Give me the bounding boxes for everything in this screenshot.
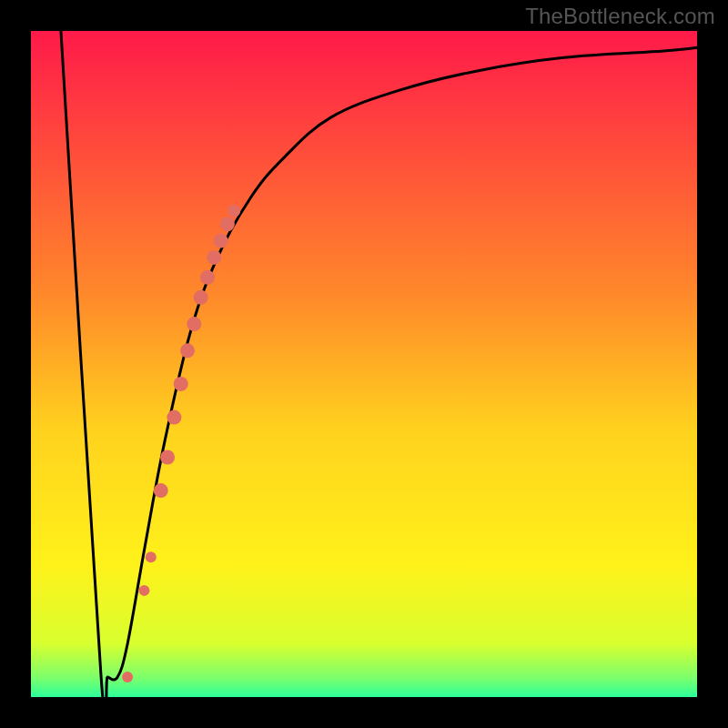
highlight-dot (122, 672, 133, 682)
highlight-dot (180, 343, 195, 358)
highlight-dot (207, 250, 221, 265)
highlight-dot (220, 217, 235, 231)
highlight-dot (187, 317, 201, 331)
highlight-dot (146, 551, 157, 562)
highlight-dot (138, 585, 149, 596)
highlight-dot (160, 450, 175, 464)
highlight-dot (154, 483, 168, 498)
bottleneck-chart (0, 0, 728, 728)
highlight-dot (194, 290, 208, 305)
highlight-dot (174, 377, 188, 391)
highlight-dot (214, 234, 228, 248)
highlight-dot (200, 270, 215, 285)
highlight-dot (167, 410, 181, 425)
plot-background (31, 31, 697, 697)
chart-frame: TheBottleneck.com (0, 0, 728, 728)
highlight-dot (228, 205, 240, 217)
